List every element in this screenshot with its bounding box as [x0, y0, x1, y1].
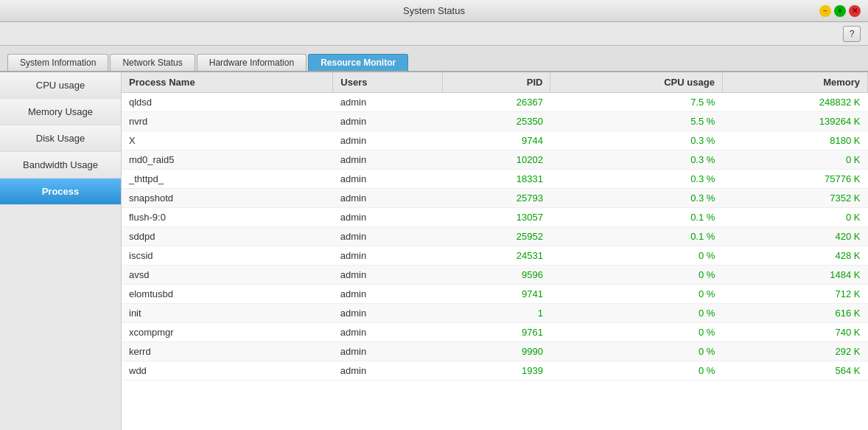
sidebar-item-memory-usage[interactable]: Memory Usage — [0, 99, 121, 125]
sidebar-item-process[interactable]: Process — [0, 178, 121, 205]
cell-user: admin — [333, 227, 443, 246]
cell-user: admin — [333, 131, 443, 150]
cell-process-name: md0_raid5 — [122, 150, 333, 170]
main-content: CPU usage Memory Usage Disk Usage Bandwi… — [0, 72, 868, 430]
cell-memory: 7352 K — [722, 189, 867, 208]
cell-memory: 712 K — [722, 285, 867, 304]
cell-pid: 9744 — [443, 131, 550, 150]
cell-pid: 13057 — [443, 208, 550, 227]
sidebar: CPU usage Memory Usage Disk Usage Bandwi… — [0, 72, 122, 430]
table-row: snapshotdadmin257930.3 %7352 K — [122, 189, 868, 208]
maximize-button[interactable]: + — [834, 5, 846, 17]
cell-pid: 26367 — [443, 93, 550, 112]
sidebar-item-bandwidth-usage[interactable]: Bandwidth Usage — [0, 152, 121, 178]
cell-memory: 616 K — [722, 304, 867, 323]
cell-pid: 9761 — [443, 323, 550, 342]
cell-process-name: init — [122, 304, 333, 323]
cell-user: admin — [333, 246, 443, 266]
title-bar: System Status − + ✕ — [0, 0, 868, 22]
process-table: Process Name Users PID CPU usage Memory … — [122, 72, 868, 381]
cell-process-name: X — [122, 131, 333, 150]
col-header-process-name: Process Name — [122, 72, 333, 93]
col-header-cpu: CPU usage — [550, 72, 722, 93]
cell-process-name: wdd — [122, 361, 333, 381]
cell-cpu: 0.3 % — [550, 189, 722, 208]
cell-pid: 9990 — [443, 342, 550, 361]
table-row: Xadmin97440.3 %8180 K — [122, 131, 868, 150]
cell-user: admin — [333, 285, 443, 304]
table-header-row: Process Name Users PID CPU usage Memory — [122, 72, 868, 93]
help-bar: ? — [0, 22, 868, 46]
table-row: avsdadmin95960 %1484 K — [122, 266, 868, 285]
cell-cpu: 7.5 % — [550, 93, 722, 112]
cell-process-name: snapshotd — [122, 189, 333, 208]
cell-cpu: 0 % — [550, 304, 722, 323]
cell-cpu: 0 % — [550, 246, 722, 266]
cell-cpu: 0.3 % — [550, 150, 722, 170]
cell-memory: 292 K — [722, 342, 867, 361]
cell-cpu: 0.3 % — [550, 170, 722, 189]
table-row: iscsidadmin245310 %428 K — [122, 246, 868, 266]
cell-pid: 18331 — [443, 170, 550, 189]
sidebar-item-cpu-usage[interactable]: CPU usage — [0, 72, 121, 99]
sidebar-item-disk-usage[interactable]: Disk Usage — [0, 125, 121, 152]
cell-user: admin — [333, 361, 443, 381]
cell-user: admin — [333, 189, 443, 208]
cell-memory: 0 K — [722, 150, 867, 170]
cell-process-name: iscsid — [122, 246, 333, 266]
tab-bar: System Information Network Status Hardwa… — [0, 46, 868, 72]
cell-pid: 9596 — [443, 266, 550, 285]
close-button[interactable]: ✕ — [849, 5, 861, 17]
cell-cpu: 0 % — [550, 361, 722, 381]
cell-pid: 25952 — [443, 227, 550, 246]
tab-resource-monitor[interactable]: Resource Monitor — [308, 54, 408, 71]
cell-pid: 10202 — [443, 150, 550, 170]
table-row: sddpdadmin259520.1 %420 K — [122, 227, 868, 246]
col-header-pid: PID — [443, 72, 550, 93]
cell-memory: 0 K — [722, 208, 867, 227]
col-header-users: Users — [333, 72, 443, 93]
cell-user: admin — [333, 323, 443, 342]
cell-user: admin — [333, 170, 443, 189]
cell-pid: 1 — [443, 304, 550, 323]
cell-memory: 740 K — [722, 323, 867, 342]
cell-memory: 564 K — [722, 361, 867, 381]
tab-network-status[interactable]: Network Status — [110, 54, 195, 71]
cell-cpu: 0 % — [550, 266, 722, 285]
table-row: qldsdadmin263677.5 %248832 K — [122, 93, 868, 112]
cell-process-name: qldsd — [122, 93, 333, 112]
help-button[interactable]: ? — [843, 26, 861, 42]
cell-process-name: kerrd — [122, 342, 333, 361]
table-row: wddadmin19390 %564 K — [122, 361, 868, 381]
cell-user: admin — [333, 208, 443, 227]
cell-memory: 8180 K — [722, 131, 867, 150]
tab-hardware-info[interactable]: Hardware Information — [197, 54, 307, 71]
cell-cpu: 0 % — [550, 285, 722, 304]
cell-process-name: sddpd — [122, 227, 333, 246]
cell-cpu: 0.1 % — [550, 208, 722, 227]
cell-cpu: 0 % — [550, 323, 722, 342]
cell-memory: 139264 K — [722, 112, 867, 131]
window-controls: − + ✕ — [819, 5, 861, 17]
cell-memory: 428 K — [722, 246, 867, 266]
cell-pid: 25793 — [443, 189, 550, 208]
tab-system-info[interactable]: System Information — [7, 54, 108, 71]
table-row: xcompmgradmin97610 %740 K — [122, 323, 868, 342]
table-row: nvrdadmin253505.5 %139264 K — [122, 112, 868, 131]
cell-process-name: _thttpd_ — [122, 170, 333, 189]
cell-cpu: 0.3 % — [550, 131, 722, 150]
cell-process-name: nvrd — [122, 112, 333, 131]
cell-process-name: elomtusbd — [122, 285, 333, 304]
cell-pid: 25350 — [443, 112, 550, 131]
cell-process-name: xcompmgr — [122, 323, 333, 342]
minimize-button[interactable]: − — [819, 5, 831, 17]
cell-memory: 420 K — [722, 227, 867, 246]
cell-user: admin — [333, 93, 443, 112]
cell-pid: 9741 — [443, 285, 550, 304]
col-header-memory: Memory — [722, 72, 867, 93]
cell-user: admin — [333, 304, 443, 323]
table-row: flush-9:0admin130570.1 %0 K — [122, 208, 868, 227]
cell-memory: 75776 K — [722, 170, 867, 189]
cell-user: admin — [333, 266, 443, 285]
table-row: _thttpd_admin183310.3 %75776 K — [122, 170, 868, 189]
